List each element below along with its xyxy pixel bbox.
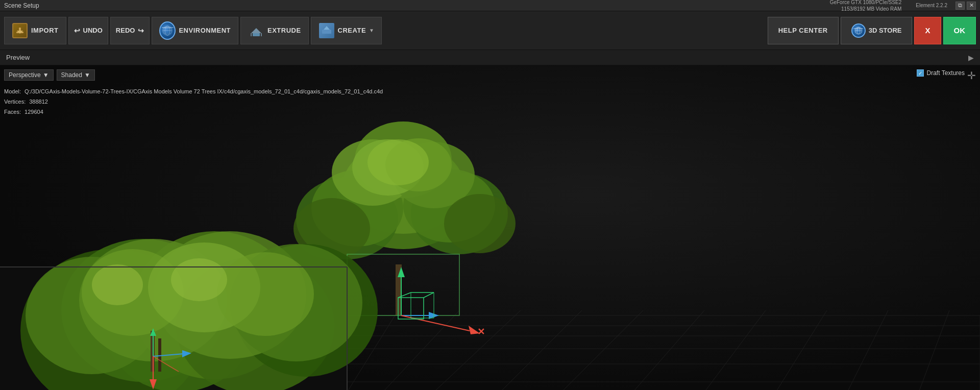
preview-label: Preview [6, 54, 30, 61]
svg-text:✕: ✕ [477, 327, 485, 337]
app-title: Scene Setup [4, 2, 39, 9]
close-button[interactable]: ✕ [967, 2, 976, 10]
svg-point-58 [444, 194, 516, 253]
shaded-dropdown[interactable]: Shaded ▼ [57, 69, 95, 81]
svg-rect-12 [322, 30, 331, 34]
viewport-area: Perspective ▼ Shaded ▼ ✓ Draft Textures … [0, 65, 980, 390]
viewport-controls: Perspective ▼ Shaded ▼ [4, 69, 95, 81]
svg-point-90 [171, 258, 227, 301]
create-icon [319, 23, 334, 38]
3d-store-globe-icon [851, 23, 866, 38]
x-label: X [925, 26, 930, 35]
model-info: Model: Q:/3D/CGAxis-Models-Volume-72-Tre… [4, 87, 383, 117]
restore-button[interactable]: ⧉ [955, 2, 965, 10]
help-center-button[interactable]: HELP CENTER [768, 17, 839, 44]
ok-button[interactable]: OK [943, 17, 976, 44]
perspective-dropdown-arrow: ▼ [43, 71, 49, 79]
import-icon [12, 23, 28, 38]
environment-label: ENVIRONMENT [179, 27, 231, 34]
create-icon-box [318, 22, 335, 39]
vertices-value: 388812 [29, 99, 48, 105]
model-path: Q:/3D/CGAxis-Models-Volume-72-Trees-IX/C… [24, 88, 383, 94]
model-path-row: Model: Q:/3D/CGAxis-Models-Volume-72-Tre… [4, 87, 383, 97]
perspective-label: Perspective [9, 71, 41, 79]
ok-label: OK [954, 26, 966, 35]
redo-label: REDO [116, 27, 135, 34]
create-svg [321, 25, 333, 37]
gpu-info: GeForce GTX 1080/PCIe/SSE2 1153/8192 MB … [830, 0, 902, 12]
titlebar-controls: ⧉ ✕ [955, 2, 976, 10]
extrude-button[interactable]: EXTRUDE [240, 17, 309, 44]
preview-expand-button[interactable]: ▶ [968, 54, 974, 62]
perspective-dropdown[interactable]: Perspective ▼ [4, 69, 54, 81]
faces-row: Faces: 129604 [4, 107, 383, 117]
svg-marker-8 [251, 28, 261, 33]
import-svg [15, 26, 25, 36]
model-label: Model: [4, 88, 21, 94]
undo-arrow-icon: ↩ [74, 27, 80, 35]
3d-store-label: 3D STORE [869, 27, 902, 34]
environment-icon-box [159, 22, 176, 39]
redo-button[interactable]: REDO ↪ [110, 17, 150, 44]
help-center-label: HELP CENTER [778, 27, 828, 34]
undo-button[interactable]: ↩ UNDO [68, 17, 108, 44]
import-icon-box [12, 22, 28, 39]
svg-point-88 [217, 252, 314, 336]
svg-point-89 [92, 264, 143, 305]
shaded-dropdown-arrow: ▼ [84, 71, 90, 79]
faces-value: 129604 [24, 109, 43, 115]
draft-textures-checkmark: ✓ [918, 70, 922, 76]
globe-icon [159, 21, 176, 40]
titlebar-left: Scene Setup [4, 2, 39, 9]
vertices-label: Vertices: [4, 99, 26, 105]
svg-rect-92 [158, 338, 161, 372]
svg-rect-9 [253, 33, 260, 36]
svg-marker-13 [324, 26, 330, 30]
extrude-icon [249, 23, 264, 38]
x-button[interactable]: X [914, 17, 941, 44]
extrude-icon-box [248, 22, 264, 39]
redo-arrow-icon: ↪ [138, 27, 144, 35]
draft-textures-label: Draft Textures [927, 69, 965, 77]
create-label: CREATE [338, 27, 366, 34]
import-label: IMPORT [31, 27, 59, 34]
create-dropdown-arrow: ▼ [369, 28, 374, 33]
preview-bar: Preview ▶ [0, 50, 980, 65]
environment-button[interactable]: ENVIRONMENT [152, 17, 238, 44]
toolbar: IMPORT ↩ UNDO REDO ↪ ENVIRONMENT [0, 11, 980, 50]
element-version: Element 2.2.2 [916, 3, 947, 8]
extrude-label: EXTRUDE [267, 27, 301, 34]
import-button[interactable]: IMPORT [4, 17, 66, 44]
faces-label: Faces: [4, 109, 21, 115]
store-globe-svg [854, 26, 863, 35]
svg-point-59 [368, 139, 429, 185]
undo-label: UNDO [83, 27, 103, 34]
draft-textures-control: ✓ Draft Textures [917, 69, 965, 77]
create-button[interactable]: CREATE ▼ [311, 17, 382, 44]
shaded-label: Shaded [61, 71, 82, 79]
titlebar: Scene Setup GeForce GTX 1080/PCIe/SSE2 1… [0, 0, 980, 11]
main-viewport[interactable]: Perspective ▼ Shaded ▼ ✓ Draft Textures … [0, 65, 980, 390]
draft-textures-checkbox[interactable]: ✓ [917, 69, 924, 77]
viewport-plus-button[interactable]: ✛ [967, 69, 976, 82]
vertices-row: Vertices: 388812 [4, 97, 383, 107]
globe-svg [161, 25, 174, 37]
3d-store-button[interactable]: 3D STORE [841, 17, 913, 44]
